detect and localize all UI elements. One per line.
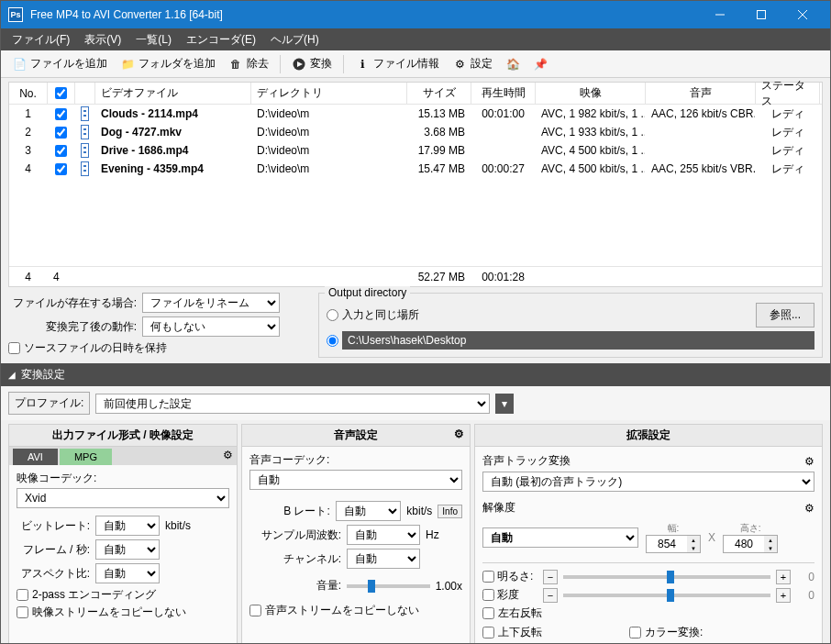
- cell-duration: [471, 130, 536, 134]
- home-button[interactable]: 🏠: [500, 54, 526, 74]
- browse-button[interactable]: 参照...: [756, 303, 814, 328]
- width-spinner[interactable]: ▲▼: [646, 535, 701, 553]
- video-panel-header: 出力ファイル形式 / 映像設定: [9, 425, 237, 447]
- row-checkbox[interactable]: [55, 163, 67, 175]
- table-row[interactable]: 2Dog - 4727.mkvD:\video\m3.68 MBAVC, 1 9…: [9, 123, 822, 141]
- saturation-plus[interactable]: +: [776, 588, 791, 603]
- col-check[interactable]: [48, 83, 75, 104]
- cell-icon: [75, 160, 95, 178]
- brightness-slider[interactable]: [563, 575, 770, 579]
- profile-dropdown-button[interactable]: ▾: [495, 394, 514, 414]
- profile-select[interactable]: 前回使用した設定: [95, 394, 490, 414]
- height-spinner[interactable]: ▲▼: [723, 535, 778, 553]
- colorconv-checkbox[interactable]: [629, 627, 641, 638]
- total-checked: 4: [48, 267, 75, 286]
- tab-avi[interactable]: AVI: [13, 449, 58, 465]
- check-all[interactable]: [55, 87, 67, 99]
- menu-help[interactable]: ヘルプ(H): [263, 32, 327, 48]
- settings-button[interactable]: ⚙設定: [447, 53, 498, 74]
- twopass-checkbox[interactable]: [17, 589, 28, 601]
- copyv-checkbox[interactable]: [17, 606, 28, 618]
- volume-label: 音量:: [249, 578, 341, 594]
- col-audio[interactable]: 音声: [646, 83, 756, 104]
- table-row[interactable]: 4Evening - 4359.mp4D:\video\m15.47 MB00:…: [9, 160, 822, 178]
- srate-select[interactable]: 自動: [347, 525, 420, 545]
- col-file[interactable]: ビデオファイル: [95, 83, 251, 104]
- info-button[interactable]: Info: [438, 505, 462, 518]
- menu-encoder[interactable]: エンコーダ(E): [179, 32, 263, 48]
- res-select[interactable]: 自動: [482, 527, 638, 548]
- close-button[interactable]: [781, 1, 823, 28]
- volume-slider[interactable]: [347, 584, 430, 588]
- panels: 出力ファイル形式 / 映像設定 AVI MPG ⚙ 映像コーデック: Xvid …: [1, 420, 830, 644]
- table-row[interactable]: 1Clouds - 2114.mp4D:\video\m15.13 MB00:0…: [9, 105, 822, 123]
- total-size: 52.27 MB: [407, 267, 471, 286]
- col-status[interactable]: ステータス: [756, 83, 820, 104]
- vcodec-select[interactable]: Xvid: [17, 488, 229, 508]
- same-location-radio[interactable]: [327, 309, 338, 321]
- cell-size: 17.99 MB: [407, 142, 471, 159]
- add-folder-button[interactable]: 📁フォルダを追加: [115, 53, 221, 74]
- col-size[interactable]: サイズ: [407, 83, 471, 104]
- channel-select[interactable]: 自動: [347, 549, 420, 569]
- brightness-minus[interactable]: −: [543, 570, 558, 584]
- col-dir[interactable]: ディレクトリ: [251, 83, 407, 104]
- channel-label: チャンネル:: [249, 551, 341, 567]
- preserve-checkbox[interactable]: [8, 342, 20, 354]
- after-select[interactable]: 何もしない: [142, 316, 280, 337]
- brightness-checkbox[interactable]: [482, 571, 494, 583]
- pin-button[interactable]: 📌: [527, 54, 553, 74]
- convert-button[interactable]: 変換: [286, 53, 338, 74]
- audio-gear-icon[interactable]: ⚙: [454, 427, 464, 440]
- aconv-gear-icon[interactable]: ⚙: [804, 455, 814, 468]
- tab-mpg[interactable]: MPG: [60, 449, 112, 465]
- saturation-minus[interactable]: −: [543, 588, 558, 603]
- brightness-value: 0: [796, 571, 814, 583]
- video-gear-icon[interactable]: ⚙: [223, 449, 233, 465]
- width-label: 幅:: [646, 522, 701, 535]
- cell-video: AVC, 4 500 kbit/s, 1 ...: [536, 142, 646, 159]
- brate-select[interactable]: 自動: [336, 501, 401, 521]
- minimize-button[interactable]: [699, 1, 740, 28]
- bitrate-select[interactable]: 自動: [95, 516, 160, 536]
- row-checkbox[interactable]: [55, 108, 67, 120]
- col-duration[interactable]: 再生時間: [471, 83, 536, 104]
- remove-button[interactable]: 🗑除去: [223, 53, 274, 74]
- res-gear-icon[interactable]: ⚙: [804, 502, 814, 515]
- row-checkbox[interactable]: [55, 145, 67, 157]
- fps-select[interactable]: 自動: [95, 539, 160, 560]
- mid-section: ファイルが存在する場合: ファイルをリネーム 変換完了後の動作: 何もしない ソ…: [1, 287, 830, 363]
- after-label: 変換完了後の動作:: [8, 319, 137, 335]
- cell-check: [48, 143, 75, 159]
- saturation-checkbox[interactable]: [482, 589, 494, 601]
- maximize-button[interactable]: [740, 1, 781, 28]
- gear-icon: ⚙: [452, 57, 467, 72]
- row-checkbox[interactable]: [55, 127, 67, 139]
- res-label: 解像度: [482, 500, 515, 516]
- custom-path-radio[interactable]: [327, 335, 338, 347]
- flipv-checkbox[interactable]: [482, 627, 494, 638]
- saturation-slider[interactable]: [563, 594, 770, 597]
- fliph-checkbox[interactable]: [482, 607, 494, 619]
- copya-checkbox[interactable]: [249, 605, 261, 616]
- col-no[interactable]: No.: [9, 83, 48, 104]
- menu-file[interactable]: ファイル(F): [5, 32, 77, 48]
- col-video[interactable]: 映像: [536, 83, 646, 104]
- table-row[interactable]: 3Drive - 1686.mp4D:\video\m17.99 MBAVC, …: [9, 141, 822, 160]
- exists-label: ファイルが存在する場合:: [8, 295, 137, 311]
- menu-list[interactable]: 一覧(L): [128, 32, 179, 48]
- acodec-select[interactable]: 自動: [249, 470, 462, 490]
- video-settings-panel: 出力ファイル形式 / 映像設定 AVI MPG ⚙ 映像コーデック: Xvid …: [8, 424, 238, 644]
- exists-select[interactable]: ファイルをリネーム: [142, 293, 280, 313]
- menu-view[interactable]: 表示(V): [77, 32, 128, 48]
- brightness-plus[interactable]: +: [776, 570, 791, 584]
- add-file-button[interactable]: 📄ファイルを追加: [6, 53, 113, 74]
- cell-dir: D:\video\m: [251, 124, 407, 140]
- file-info-button[interactable]: ℹファイル情報: [349, 53, 445, 74]
- conversion-settings-header[interactable]: 変換設定: [1, 363, 830, 386]
- play-icon: [292, 57, 306, 72]
- aspect-select[interactable]: 自動: [95, 563, 160, 583]
- aconv-select[interactable]: 自動 (最初の音声トラック): [482, 472, 814, 492]
- cell-check: [48, 125, 75, 140]
- separator: [280, 55, 281, 73]
